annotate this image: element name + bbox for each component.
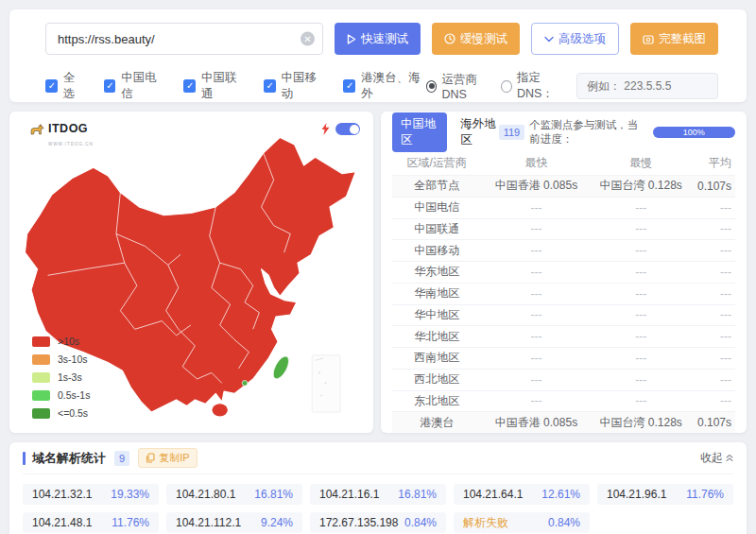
ip-value: 104.21.64.1 — [463, 488, 523, 501]
ip-value: 104.21.96.1 — [607, 488, 666, 501]
isp-checkbox[interactable]: 中国电信 — [104, 70, 165, 102]
quick-test-label: 快速测试 — [361, 31, 408, 47]
ip-stat-chip[interactable]: 104.21.32.1 19.33% — [23, 484, 159, 505]
url-input[interactable] — [45, 23, 323, 55]
ip-stat-chip[interactable]: 104.21.16.1 16.81% — [310, 484, 446, 505]
full-screenshot-button[interactable]: 完整截图 — [630, 23, 718, 55]
hongkong-dot[interactable] — [242, 381, 248, 387]
isp-checkbox[interactable]: 港澳台、海外 — [343, 70, 426, 102]
checkbox-label: 全选 — [63, 70, 85, 102]
isp-checkbox[interactable]: 中国联通 — [183, 70, 245, 102]
ip-value: 172.67.135.198 — [319, 516, 398, 529]
results-table-header: 区域/运营商 最快 最慢 平均 — [392, 151, 735, 175]
table-row[interactable]: 华东地区 --- --- --- — [392, 261, 735, 283]
row-average: --- — [691, 266, 735, 279]
row-average: --- — [691, 201, 735, 215]
table-row[interactable]: 东北地区 --- --- --- — [392, 390, 735, 412]
custom-dns-radio[interactable]: 指定DNS： — [501, 70, 569, 102]
row-region: 中国联通 — [392, 221, 481, 237]
checkbox-label: 港澳台、海外 — [361, 70, 426, 102]
table-row[interactable]: 全部节点 中国香港 0.085s 中国台湾 0.128s 0.107s — [392, 175, 735, 197]
table-row[interactable]: 华南地区 --- --- --- — [392, 283, 735, 304]
results-header: 中国地区 海外地区 119 个监测点参与测试，当前进度： 100% — [392, 120, 735, 145]
custom-dns-input[interactable] — [576, 73, 718, 99]
ip-stat-chip[interactable]: 172.67.135.198 0.84% — [310, 512, 446, 533]
legend-swatch — [32, 354, 50, 365]
checkbox-label: 中国移动 — [282, 70, 325, 102]
row-average: --- — [691, 222, 735, 235]
collapse-label: 收起 — [700, 450, 723, 466]
legend-label: >10s — [58, 336, 79, 347]
play-icon — [347, 34, 356, 44]
map-controls — [321, 123, 360, 135]
ip-stat-chip[interactable]: 104.21.64.1 12.61% — [454, 484, 590, 505]
row-slowest: --- — [592, 287, 691, 301]
ip-percent: 12.61% — [541, 488, 580, 501]
clear-input-icon[interactable]: ✕ — [301, 32, 315, 46]
ip-stat-chip[interactable]: 解析失败 0.84% — [454, 512, 590, 533]
table-row[interactable]: 中国移动 --- --- --- — [392, 239, 735, 261]
ip-stat-chip[interactable]: 104.21.80.1 16.81% — [166, 484, 302, 505]
slow-test-button[interactable]: 缓慢测试 — [432, 23, 520, 55]
dns-stats-card: 域名解析统计 9 复制IP 收起 104.21.32.1 19.33% 104.… — [9, 442, 747, 534]
ip-stats-grid: 104.21.32.1 19.33% 104.21.80.1 16.81% 10… — [23, 484, 733, 533]
map-legend: >10s 3s-10s 1s-3s 0.5s-1s <=0.5s — [32, 336, 90, 419]
custom-dns-label: 指定DNS： — [517, 70, 569, 102]
ip-value: 104.21.16.1 — [319, 488, 379, 501]
row-fastest: --- — [481, 222, 591, 235]
table-row[interactable]: 华中地区 --- --- --- — [392, 304, 735, 326]
isp-checkbox[interactable]: 中国移动 — [264, 70, 325, 102]
table-row[interactable]: 华北地区 --- --- --- — [392, 325, 735, 347]
copy-ip-label: 复制IP — [159, 451, 189, 465]
ip-percent: 11.76% — [112, 516, 149, 529]
hainan-island[interactable] — [212, 404, 229, 417]
slow-test-label: 缓慢测试 — [460, 31, 507, 47]
row-slowest: --- — [592, 222, 691, 235]
ip-stat-chip[interactable]: 104.21.96.1 11.76% — [597, 484, 733, 505]
legend-swatch — [32, 336, 50, 347]
table-row[interactable]: 西南地区 --- --- --- — [392, 347, 735, 369]
row-region: 华东地区 — [392, 264, 481, 280]
row-average: --- — [691, 330, 735, 343]
row-region: 西南地区 — [392, 350, 481, 366]
ip-stat-chip[interactable]: 104.21.112.1 9.24% — [166, 512, 302, 533]
carrier-dns-radio[interactable]: 运营商DNS — [426, 72, 494, 101]
tab-overseas-region[interactable]: 海外地区 — [460, 116, 498, 148]
isp-checkbox-group: 全选 中国电信 中国联通 中国移动 港澳台、海外 — [45, 70, 426, 102]
carrier-dns-label: 运营商DNS — [441, 72, 493, 101]
table-row[interactable]: 中国电信 --- --- --- — [392, 197, 735, 218]
row-region: 东北地区 — [392, 393, 481, 409]
tab-china-region[interactable]: 中国地区 — [392, 112, 447, 152]
row-region: 全部节点 — [392, 178, 481, 194]
isp-checkbox[interactable]: 全选 — [45, 70, 85, 102]
quick-test-button[interactable]: 快速测试 — [335, 23, 421, 55]
advanced-options-button[interactable]: 高级选项 — [531, 23, 619, 55]
ip-percent: 16.81% — [254, 488, 293, 501]
row-region: 港澳台 — [392, 415, 481, 431]
legend-swatch — [32, 408, 50, 419]
row-region: 华南地区 — [392, 285, 481, 301]
row-fastest: --- — [481, 330, 591, 343]
options-row: 全选 中国电信 中国联通 中国移动 港澳台、海外 运营商DNS — [45, 70, 718, 102]
checkbox-checked-icon — [183, 79, 196, 93]
screenshot-icon — [643, 34, 654, 44]
table-row[interactable]: 港澳台 中国香港 0.085s 中国台湾 0.128s 0.107s — [392, 411, 735, 433]
row-slowest: --- — [592, 394, 691, 407]
col-region: 区域/运营商 — [392, 155, 481, 171]
map-mode-toggle[interactable] — [335, 123, 360, 135]
dog-icon — [28, 122, 45, 137]
row-average: --- — [691, 308, 735, 321]
ip-stat-chip[interactable]: 104.21.48.1 11.76% — [23, 512, 159, 533]
ip-percent: 16.81% — [398, 488, 437, 501]
taiwan-island[interactable] — [270, 353, 292, 381]
resolve-count-badge: 9 — [114, 451, 129, 466]
table-row[interactable]: 中国联通 --- --- --- — [392, 218, 735, 240]
table-row[interactable]: 西北地区 --- --- --- — [392, 369, 735, 390]
checkbox-checked-icon — [45, 79, 58, 93]
test-toolbar-card: ✕ 快速测试 缓慢测试 高级选项 完整截图 全选 中国电信 — [9, 9, 747, 102]
title-accent-bar — [23, 452, 26, 465]
results-table-body: 全部节点 中国香港 0.085s 中国台湾 0.128s 0.107s 中国电信… — [392, 175, 735, 433]
progress-value: 100% — [653, 127, 735, 138]
copy-ip-button[interactable]: 复制IP — [138, 448, 197, 468]
collapse-button[interactable]: 收起 — [700, 450, 733, 466]
